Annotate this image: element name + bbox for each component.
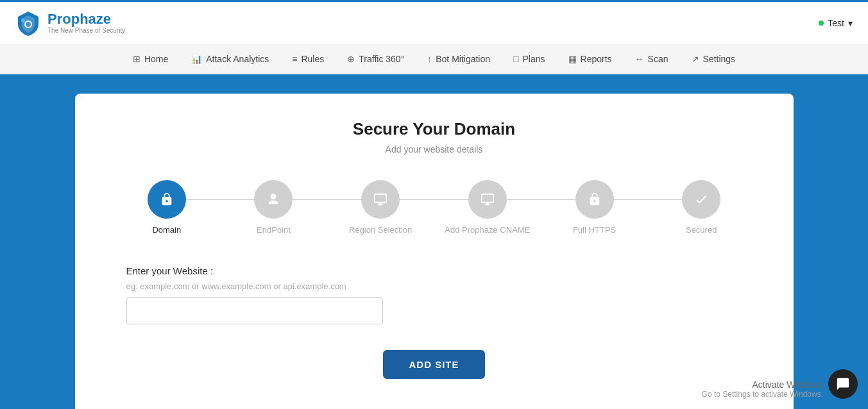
nav-label-rules: Rules bbox=[301, 54, 324, 64]
step-https: Full HTTPS bbox=[541, 180, 648, 235]
main-background: Secure Your Domain Add your website deta… bbox=[0, 74, 868, 409]
nav-label-plans: Plans bbox=[523, 54, 545, 64]
nav-item-attack-analytics[interactable]: 📊 Attack Analytics bbox=[180, 44, 280, 74]
website-input[interactable] bbox=[126, 297, 383, 324]
step-circle-region bbox=[361, 180, 400, 219]
nav-label-attack-analytics: Attack Analytics bbox=[206, 54, 269, 64]
home-icon: ⊞ bbox=[133, 54, 140, 64]
monitor-icon-cname bbox=[481, 192, 495, 206]
add-site-button[interactable]: ADD SITE bbox=[383, 350, 484, 379]
lock-icon-domain bbox=[160, 192, 174, 206]
nav-label-home: Home bbox=[144, 54, 168, 64]
nav-label-settings: Settings bbox=[703, 54, 736, 64]
step-endpoint: EndPoint bbox=[220, 180, 327, 235]
website-label: Enter your Website : bbox=[126, 265, 755, 276]
user-menu[interactable]: Test ▾ bbox=[819, 18, 853, 28]
logo-icon bbox=[15, 10, 41, 36]
nav-item-traffic[interactable]: ⊕ Traffic 360° bbox=[336, 44, 416, 74]
step-region: Region Selection bbox=[327, 180, 434, 235]
step-label-secured: Secured bbox=[686, 225, 717, 235]
step-domain: Domain bbox=[113, 180, 220, 235]
step-circle-https bbox=[575, 180, 614, 219]
traffic-icon: ⊕ bbox=[347, 54, 355, 64]
monitor-icon-region bbox=[373, 192, 387, 206]
navbar: ⊞ Home 📊 Attack Analytics ≡ Rules ⊕ Traf… bbox=[0, 44, 868, 74]
domain-card: Secure Your Domain Add your website deta… bbox=[75, 94, 794, 409]
step-label-endpoint: EndPoint bbox=[257, 225, 291, 235]
logo-tagline: The New Phase of Security bbox=[47, 27, 125, 34]
step-circle-endpoint bbox=[254, 180, 293, 219]
website-hint: eg: example.com or www.example.com or ap… bbox=[126, 281, 755, 291]
step-label-https: Full HTTPS bbox=[573, 225, 616, 235]
rules-icon: ≡ bbox=[292, 54, 297, 64]
activate-line2: Go to Settings to activate Windows. bbox=[702, 390, 823, 399]
nav-item-home[interactable]: ⊞ Home bbox=[121, 44, 180, 74]
step-secured: Secured bbox=[648, 180, 755, 235]
step-circle-cname bbox=[468, 180, 507, 219]
card-subtitle: Add your website details bbox=[114, 144, 755, 154]
logo[interactable]: Prophaze The New Phase of Security bbox=[15, 10, 125, 36]
chat-icon bbox=[836, 377, 850, 391]
step-label-region: Region Selection bbox=[349, 225, 412, 235]
step-cname: Add Prophaze CNAME bbox=[434, 180, 541, 235]
nav-item-rules[interactable]: ≡ Rules bbox=[280, 44, 336, 74]
settings-icon: ↗ bbox=[692, 54, 699, 64]
step-label-cname: Add Prophaze CNAME bbox=[445, 225, 530, 235]
nav-item-settings[interactable]: ↗ Settings bbox=[680, 44, 747, 74]
lock-icon-https bbox=[588, 192, 602, 206]
nav-item-scan[interactable]: ↔ Scan bbox=[624, 44, 680, 74]
nav-label-reports: Reports bbox=[581, 54, 612, 64]
nav-label-scan: Scan bbox=[648, 54, 668, 64]
reports-icon: ▦ bbox=[568, 54, 577, 64]
user-icon-endpoint bbox=[266, 192, 280, 206]
logo-name-plain: Pro bbox=[47, 11, 71, 27]
activate-windows-notice: Activate Windows Go to Settings to activ… bbox=[702, 380, 823, 399]
step-circle-secured bbox=[682, 180, 720, 219]
form-section: Enter your Website : eg: example.com or … bbox=[114, 265, 755, 324]
logo-name-highlight: phaze bbox=[71, 11, 111, 27]
svg-point-1 bbox=[21, 19, 25, 22]
header: Prophaze The New Phase of Security Test … bbox=[0, 0, 868, 44]
activate-line1: Activate Windows bbox=[702, 380, 823, 390]
dropdown-arrow: ▾ bbox=[848, 18, 853, 28]
bot-mitigation-icon: ↑ bbox=[427, 54, 432, 64]
steps-container: Domain EndPoint Region Selection bbox=[114, 180, 755, 235]
nav-label-traffic: Traffic 360° bbox=[359, 54, 404, 64]
card-title: Secure Your Domain bbox=[114, 119, 755, 139]
attack-analytics-icon: 📊 bbox=[191, 54, 202, 64]
nav-item-bot-mitigation[interactable]: ↑ Bot Mitigation bbox=[416, 44, 502, 74]
chat-button[interactable] bbox=[828, 369, 858, 399]
plans-icon: □ bbox=[513, 54, 518, 64]
scan-icon: ↔ bbox=[635, 54, 644, 64]
nav-item-reports[interactable]: ▦ Reports bbox=[557, 44, 624, 74]
check-icon-secured bbox=[694, 192, 708, 206]
step-circle-domain bbox=[148, 180, 186, 219]
step-label-domain: Domain bbox=[152, 225, 181, 235]
username: Test bbox=[828, 18, 844, 28]
online-indicator bbox=[819, 21, 824, 26]
nav-item-plans[interactable]: □ Plans bbox=[502, 44, 557, 74]
logo-text: Prophaze The New Phase of Security bbox=[47, 12, 125, 34]
nav-label-bot-mitigation: Bot Mitigation bbox=[436, 54, 490, 64]
